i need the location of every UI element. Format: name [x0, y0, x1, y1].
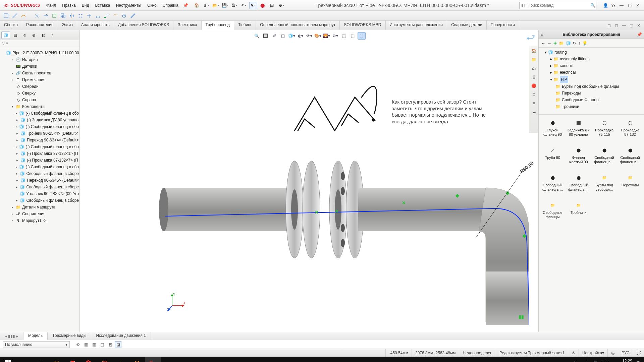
ds-tool-icon[interactable]: ◩ — [107, 341, 113, 348]
search-scope-icon[interactable]: ◧ — [520, 3, 526, 8]
fm-filter[interactable]: ▽ ▾ — [0, 40, 79, 48]
dl-up-icon[interactable]: ↑ — [578, 41, 580, 46]
doc-next-icon[interactable]: ◻ — [614, 23, 619, 28]
bottom-tab-model[interactable]: Модель — [23, 332, 48, 340]
timeline-slider[interactable]: ◂ ▮▮▮ ▸ — [0, 332, 23, 340]
pin-panel-icon[interactable]: 📌 — [637, 32, 642, 37]
tool-spline-icon[interactable] — [20, 12, 27, 19]
menu-edit[interactable]: Правка — [59, 2, 78, 9]
library-item[interactable]: 📁Тройники — [566, 200, 591, 226]
maximize-icon[interactable]: ▢ — [627, 3, 633, 8]
dl-newasm-icon[interactable]: 🧊 — [566, 41, 571, 46]
ds-tool-icon[interactable]: ▦ — [83, 341, 89, 348]
solidworks-taskbar-icon[interactable]: Sw — [145, 357, 161, 362]
graphics-viewport[interactable]: 🔍 🔲 ↺ ◫ 🧊▾ ◐▾ 👁▾ 🎨▾ 🌄▾ ⚙▾ ⬚ ⬚ ⬚ — [80, 30, 538, 332]
dl-fwd-icon[interactable]: → — [547, 41, 551, 46]
ds-tool-icon[interactable]: ◫ — [99, 341, 105, 348]
design-library-tree[interactable]: ▾ 🧊 routing ▸ 📁 assembly fittings ▸ 📁 co… — [539, 48, 644, 115]
ds-tool-icon[interactable]: ⟲ — [74, 341, 81, 348]
library-item[interactable]: ⬤Свободный фланец в ... — [566, 172, 591, 198]
status-lang[interactable]: РУС — [618, 349, 633, 357]
tp-home-icon[interactable]: 🏠 — [531, 48, 537, 54]
ribtab-layout[interactable]: Расположение — [22, 21, 58, 30]
bottom-tab-motion[interactable]: Исследование движения 1 — [91, 332, 151, 340]
tool-mirror-icon[interactable] — [68, 12, 75, 19]
save-icon[interactable]: 💾 — [221, 2, 229, 9]
options-list-icon[interactable]: ▤ — [268, 2, 276, 9]
tool-cube-icon[interactable] — [3, 12, 9, 19]
dl-back-icon[interactable]: ← — [541, 41, 545, 46]
library-item[interactable]: ⬛Задвижка ДУ 80 условно — [566, 117, 591, 143]
status-warn-icon[interactable]: ⚠ — [568, 349, 579, 357]
fm-tab-tree-icon[interactable]: 🧊 — [1, 32, 10, 39]
ribtab-tubing[interactable]: Тюбинг — [234, 21, 256, 30]
design-library-selected[interactable]: FIP — [560, 76, 568, 83]
tool-offset-icon[interactable] — [60, 12, 66, 19]
minimize-icon[interactable]: — — [619, 3, 625, 8]
tp-appearance-icon[interactable]: 🔴 — [531, 82, 537, 89]
ds-tool-icon[interactable]: ◪ — [115, 341, 121, 348]
tool-move-icon[interactable] — [86, 12, 93, 19]
taskbar-search-icon[interactable]: ⌕ — [16, 357, 32, 362]
settings-icon[interactable]: ⚙ — [277, 2, 285, 9]
help-icon[interactable]: ?▾ — [610, 3, 616, 8]
ribtab-sketch[interactable]: Эскиз — [58, 21, 77, 30]
fm-tab-props-icon[interactable]: ▤ — [11, 32, 19, 39]
tool-convert-icon[interactable] — [51, 12, 58, 19]
firefox-icon[interactable]: 🦊 — [129, 357, 145, 362]
collapse-icon[interactable]: « — [541, 32, 543, 37]
print-icon[interactable]: 🖶 — [230, 2, 238, 9]
menu-view[interactable]: Вид — [79, 2, 92, 9]
tool-repair-icon[interactable] — [112, 12, 119, 19]
tool-pattern-icon[interactable] — [77, 12, 84, 19]
library-item[interactable]: ◯Прокладка 75-115 — [592, 117, 617, 143]
confirm-corner-icon[interactable]: ⮐ — [526, 32, 535, 43]
open-icon[interactable]: 📂 — [212, 2, 220, 9]
ribtab-assembly[interactable]: Сборка — [0, 21, 22, 30]
doc-close-icon[interactable]: ✕ — [636, 23, 641, 28]
undo-icon[interactable]: ↶ — [240, 2, 248, 9]
tool-relation-icon[interactable] — [103, 12, 110, 19]
ribtab-addins[interactable]: Добавления SOLIDWORKS — [114, 21, 174, 30]
ribtab-mbd[interactable]: SOLIDWORKS MBD — [340, 21, 385, 30]
doc-prev-icon[interactable]: ◻ — [606, 23, 612, 28]
status-maximize-icon[interactable]: ⛶ — [633, 349, 644, 357]
tp-lib-icon[interactable]: 📁 — [531, 56, 537, 63]
search-input[interactable] — [526, 3, 589, 8]
tool-rapid-sketch-icon[interactable] — [129, 12, 136, 19]
menu-tools[interactable]: Инструменты — [113, 2, 144, 9]
pdf-app-icon[interactable]: 📕 — [64, 357, 80, 362]
new-icon[interactable]: 🗎 — [202, 2, 210, 9]
user-icon[interactable]: 👤 — [602, 3, 608, 8]
command-search[interactable]: ◧ 🔍 — [519, 2, 596, 9]
dl-newfolder-icon[interactable]: 📁 — [559, 41, 564, 46]
library-item[interactable]: 📁Переходы — [618, 172, 643, 198]
start-button[interactable] — [0, 357, 16, 362]
fm-tab-display-icon[interactable]: ◐ — [39, 32, 48, 39]
library-item[interactable]: ◯Прокладка 87-132 — [618, 117, 643, 143]
ribtab-userdef[interactable]: Определенный пользователем маршрут — [256, 21, 340, 30]
tool-quick-snap-icon[interactable] — [121, 12, 127, 19]
configuration-selector[interactable]: По умолчанию▾ — [3, 341, 70, 348]
library-item[interactable]: ⬤Свободный фланец в ... — [618, 145, 643, 171]
calc-icon[interactable]: 🧮 — [97, 357, 113, 362]
select-icon[interactable]: ⬉ — [249, 2, 257, 9]
library-item[interactable]: ⬤Свободный фланец в ... — [540, 172, 565, 198]
home-icon[interactable]: 🏠 — [193, 2, 201, 9]
tp-props-icon[interactable]: 🗒 — [531, 91, 537, 98]
menu-help[interactable]: Справка — [160, 2, 181, 9]
tool-dimension-icon[interactable] — [95, 12, 101, 19]
menu-window[interactable]: Окно — [145, 2, 159, 9]
ribtab-layouttools[interactable]: Инструменты расположения — [386, 21, 447, 30]
taskview-icon[interactable]: ⊞ — [32, 357, 48, 362]
dl-add-icon[interactable]: ✚ — [553, 41, 557, 46]
tool-line-icon[interactable] — [11, 12, 18, 19]
menu-file[interactable]: Файл — [44, 2, 59, 9]
dl-info-icon[interactable]: 💡 — [582, 41, 587, 46]
tp-view-icon[interactable]: 🎛 — [531, 74, 537, 80]
tool-trim-icon[interactable] — [34, 12, 40, 19]
tool-extend-icon[interactable] — [42, 12, 49, 19]
ribtab-electrical[interactable]: Электрика — [173, 21, 201, 30]
feature-tree[interactable]: 🧊Pipe_2-Е-300БО. МРИЯ. Ш1Н 00.00. ▸🕘Исто… — [0, 48, 79, 332]
library-item[interactable]: ／Труба 90 — [540, 145, 565, 171]
